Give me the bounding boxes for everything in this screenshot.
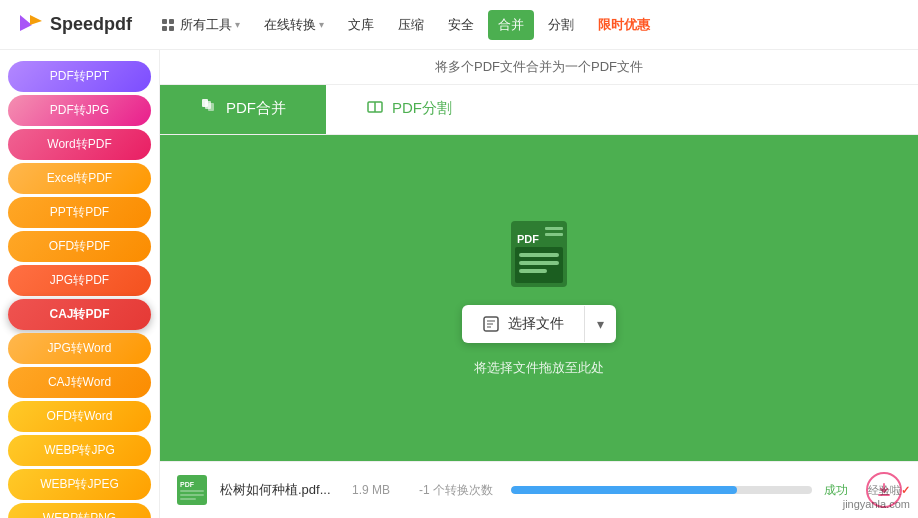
- file-row: PDF 松树如何种植.pdf... 1.9 MB -1 个转换次数 成功: [160, 461, 918, 518]
- sidebar-item-webp-to-png[interactable]: WEBP转PNG: [8, 503, 151, 518]
- progress-fill: [511, 486, 737, 494]
- file-icon: [482, 315, 500, 333]
- drop-hint-text: 将选择文件拖放至此处: [474, 359, 604, 377]
- svg-rect-19: [180, 494, 204, 496]
- watermark-line1: 经验啦✓: [868, 484, 910, 496]
- file-size: 1.9 MB: [352, 483, 407, 497]
- svg-rect-11: [519, 269, 547, 273]
- chevron-down-icon: ▾: [235, 19, 240, 30]
- svg-rect-9: [519, 253, 559, 257]
- tab-bar: PDF合并 PDF分割: [160, 85, 918, 135]
- sidebar-item-pdf-to-ppt[interactable]: PDF转PPT: [8, 61, 151, 92]
- sidebar-item-jpg-to-word[interactable]: JPG转Word: [8, 333, 151, 364]
- logo-icon: [16, 11, 44, 39]
- drop-zone[interactable]: PDF 选择文件 ▾ 将选择文件拖: [160, 135, 918, 461]
- sidebar-item-pdf-to-jpg[interactable]: PDF转JPG: [8, 95, 151, 126]
- file-row-icon: PDF: [176, 474, 208, 506]
- watermark-line2: jingyanla.com: [843, 498, 910, 510]
- select-file-label: 选择文件: [508, 315, 564, 333]
- file-name: 松树如何种植.pdf...: [220, 481, 340, 499]
- subtitle-text: 将多个PDF文件合并为一个PDF文件: [435, 59, 643, 74]
- sidebar-item-webp-to-jpg[interactable]: WEBP转JPG: [8, 435, 151, 466]
- svg-text:PDF: PDF: [517, 233, 539, 245]
- tab-split[interactable]: PDF分割: [326, 85, 492, 134]
- sidebar-item-jpg-to-pdf[interactable]: JPG转PDF: [8, 265, 151, 296]
- nav-library[interactable]: 文库: [338, 10, 384, 40]
- header: Speedpdf 所有工具 ▾ 在线转换 ▾ 文库 压缩 安全 合并: [0, 0, 918, 50]
- main-layout: PDF转PPTPDF转JPGWord转PDFExcel转PDFPPT转PDFOF…: [0, 50, 918, 518]
- chevron-down-icon: ▾: [319, 19, 324, 30]
- nav-merge[interactable]: 合并: [488, 10, 534, 40]
- pdf-file-icon: PDF: [509, 219, 569, 289]
- sidebar-item-ofd-to-pdf[interactable]: OFD转PDF: [8, 231, 151, 262]
- sidebar-item-caj-to-pdf[interactable]: CAJ转PDF: [8, 299, 151, 330]
- watermark: 经验啦✓ jingyanla.com: [843, 483, 910, 510]
- svg-rect-10: [519, 261, 559, 265]
- content-area: 将多个PDF文件合并为一个PDF文件 PDF合并: [160, 50, 918, 518]
- svg-rect-4: [208, 103, 214, 111]
- sidebar-item-word-to-pdf[interactable]: Word转PDF: [8, 129, 151, 160]
- sidebar-item-webp-to-jpeg[interactable]: WEBP转JPEG: [8, 469, 151, 500]
- svg-rect-20: [180, 498, 196, 500]
- svg-rect-14: [545, 233, 563, 236]
- sidebar: PDF转PPTPDF转JPGWord转PDFExcel转PDFPPT转PDFOF…: [0, 50, 160, 518]
- svg-rect-18: [180, 490, 204, 492]
- svg-text:PDF: PDF: [180, 481, 195, 488]
- sidebar-item-ofd-to-word[interactable]: OFD转Word: [8, 401, 151, 432]
- select-file-main[interactable]: 选择文件: [462, 305, 584, 343]
- tab-split-label: PDF分割: [392, 99, 452, 118]
- logo: Speedpdf: [16, 11, 132, 39]
- nav-split[interactable]: 分割: [538, 10, 584, 40]
- nav-online-convert[interactable]: 在线转换 ▾: [254, 10, 334, 40]
- select-file-button[interactable]: 选择文件 ▾: [462, 305, 616, 343]
- split-tab-icon: [366, 98, 384, 119]
- subtitle-bar: 将多个PDF文件合并为一个PDF文件: [160, 50, 918, 85]
- check-icon: ✓: [901, 484, 910, 496]
- sidebar-item-ppt-to-pdf[interactable]: PPT转PDF: [8, 197, 151, 228]
- tab-merge-label: PDF合并: [226, 99, 286, 118]
- svg-marker-1: [30, 15, 42, 25]
- chevron-down-icon: ▾: [597, 316, 604, 332]
- nav-promo[interactable]: 限时优惠: [588, 10, 660, 40]
- nav-all-tools[interactable]: 所有工具 ▾: [152, 10, 250, 40]
- merge-tab-icon: [200, 97, 218, 119]
- progress-bar: [511, 486, 812, 494]
- svg-rect-13: [545, 227, 563, 230]
- nav-compress[interactable]: 压缩: [388, 10, 434, 40]
- nav-security[interactable]: 安全: [438, 10, 484, 40]
- dropdown-arrow[interactable]: ▾: [585, 306, 616, 342]
- app-name: Speedpdf: [50, 14, 132, 35]
- tab-merge[interactable]: PDF合并: [160, 85, 326, 134]
- main-nav: 所有工具 ▾ 在线转换 ▾ 文库 压缩 安全 合并 分割 限时优惠: [152, 10, 660, 40]
- sidebar-item-excel-to-pdf[interactable]: Excel转PDF: [8, 163, 151, 194]
- file-conversions: -1 个转换次数: [419, 482, 499, 499]
- grid-icon: [162, 19, 174, 31]
- sidebar-item-caj-to-word[interactable]: CAJ转Word: [8, 367, 151, 398]
